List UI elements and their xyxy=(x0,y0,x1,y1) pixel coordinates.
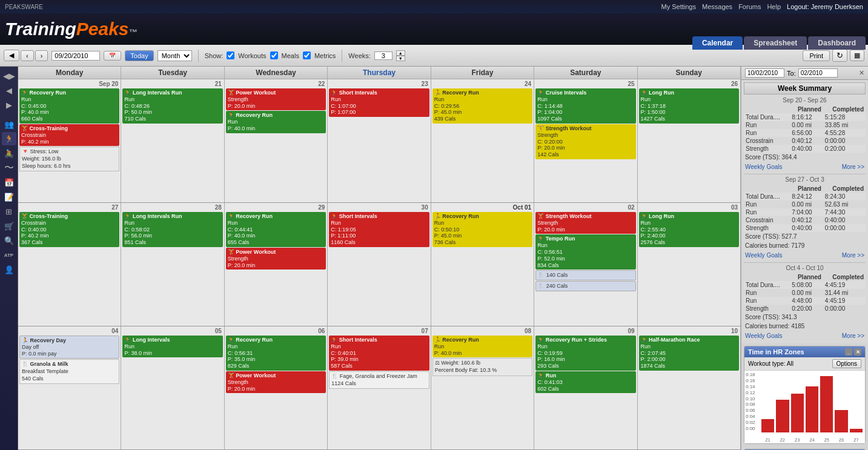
ws-more-link-1[interactable]: More >> xyxy=(842,164,864,170)
grid-icon[interactable]: ⊞ xyxy=(2,205,16,218)
cell-sep29: 29 🏃 Recovery RunRunC: 0:44:41P: 40.0 mi… xyxy=(225,203,328,326)
workout-tempo-run[interactable]: 🏃 Tempo RunRunC: 0:56:51P: 52.0 min834 C… xyxy=(535,234,635,270)
ws-th-1 xyxy=(744,105,790,113)
workout-recovery-run-2[interactable]: 🏃 Recovery RunRunP: 40.0 min xyxy=(226,111,326,133)
search-icon[interactable]: 🔍 xyxy=(2,234,16,247)
cell-sep28: 28 🏃 Long Intervals RunRunC: 0:58:02P: 5… xyxy=(121,203,224,326)
workout-recovery-day[interactable]: 🏃 Recovery DayDay offP: 0.0 min pay xyxy=(19,336,119,359)
workout-long-intervals-3[interactable]: 🏃 Long IntervalsRunP: 38.0 min xyxy=(122,336,222,357)
workout-crosstrain-2[interactable]: 🏋 Cross-TrainingCrosstrainC: 0:40:00P: 4… xyxy=(19,212,119,247)
tab-spreadsheet[interactable]: Spreadsheet xyxy=(744,36,807,50)
meal-granola-template[interactable]: 🍴 Granola & MilkBreakfast Template540 Ca… xyxy=(19,359,119,384)
help-link[interactable]: Help xyxy=(767,3,781,10)
run-icon-2: 🏃 xyxy=(124,90,133,96)
workout-short-intervals-2[interactable]: 🏃 Short IntervalsRunC: 1:19:05P: 1:11:00… xyxy=(329,212,429,247)
today-btn[interactable]: Today xyxy=(125,50,153,61)
bike-icon[interactable]: 🚴 xyxy=(2,147,16,160)
weeks-down-btn[interactable]: ▼ xyxy=(396,56,405,61)
person-icon[interactable]: 👤 xyxy=(2,263,16,276)
collapse-icon[interactable]: ◀▶ xyxy=(2,69,16,82)
workout-long-run-1[interactable]: 🏃 Long RunRunC: 1:37:18P: 1:50:001427 Ca… xyxy=(639,88,739,124)
metrics-check[interactable] xyxy=(303,51,311,59)
ws-completed: 4:55:28 xyxy=(823,129,866,137)
workout-long-intervals-2[interactable]: 🏃 Long Intervals RunRunC: 0:58:02P: 56.0… xyxy=(122,212,222,247)
swim-icon[interactable]: 〜 xyxy=(2,161,16,174)
ws-goals-link-3[interactable]: Weekly Goals xyxy=(745,333,783,339)
ws-more-link-2[interactable]: More >> xyxy=(842,252,864,259)
chart-btn[interactable]: ▦ xyxy=(850,50,864,61)
calendar-week-3: 04 🏃 Recovery DayDay offP: 0.0 min pay 🍴… xyxy=(18,326,741,450)
workout-recovery-run-5[interactable]: 🏃 Recovery RunRunC: 0:50:10P: 45.0 min73… xyxy=(432,212,532,247)
workout-power-2[interactable]: 🏋 Power WorkoutStrengthP: 20.0 min xyxy=(226,248,326,270)
calendar-icon-btn[interactable]: 📅 xyxy=(104,51,121,61)
workout-strength-1[interactable]: 🏋 Strength WorkoutStrengthC: 0:20:00P: 2… xyxy=(535,124,635,159)
workout-recovery-strides[interactable]: 🏃 Recovery Run + StridesRunC: 0:19:59P: … xyxy=(535,336,635,371)
workout-recovery-run-1[interactable]: 🏃 Recovery RunRunC: 0:45:00P: 40.0 min66… xyxy=(19,88,119,124)
workout-recovery-run-6[interactable]: 🏃 Recovery RunRunC: 0:56:31P: 35.0 min82… xyxy=(226,336,326,371)
workouts-check[interactable] xyxy=(227,51,234,59)
workout-crosstrain-1[interactable]: 🏋 Cross-TrainingCrosstrainP: 40.2 min xyxy=(19,124,119,146)
weeks-up-btn[interactable]: ▲ xyxy=(396,50,405,56)
nav-back-small-btn[interactable]: ‹ xyxy=(21,50,34,61)
view-select[interactable]: Month xyxy=(157,50,192,61)
date-oct07: 07 xyxy=(328,327,429,335)
refresh-btn[interactable]: ↻ xyxy=(832,49,847,62)
workout-recovery-run-7[interactable]: 🏃 Recovery RunRunP: 40.0 min xyxy=(432,336,532,357)
workout-long-run-2[interactable]: 🏃 Long RunRunC: 2:55:40P: 2:40:002576 Ca… xyxy=(639,212,739,247)
close-btn[interactable]: ✕ xyxy=(859,69,864,77)
workout-short-intervals-1[interactable]: 🏃 Short IntervalsRunC: 1:07:00P: 1:07:00 xyxy=(329,88,429,117)
run-icon[interactable]: 🏃 xyxy=(2,132,16,145)
ws-more-link-3[interactable]: More >> xyxy=(842,333,864,339)
workout-cruise-intervals[interactable]: 🏃 Cruise IntervalsRunC: 1:14:48P: 1:04:0… xyxy=(535,88,635,124)
meal-fage-granola[interactable]: 🍴 Fage, Granola and Freezer Jam1124 Cals xyxy=(329,371,429,389)
ws-goals-row-2: Weekly Goals More >> xyxy=(744,250,866,260)
weeks-input[interactable] xyxy=(374,51,393,60)
workout-recovery-run-4[interactable]: 🏃 Recovery RunRunC: 0:44:41P: 40.0 min65… xyxy=(226,212,326,247)
workout-power-3[interactable]: 🏋 Power WorkoutStrengthP: 20.0 min xyxy=(226,371,326,393)
tab-dashboard[interactable]: Dashboard xyxy=(808,36,866,50)
sidebar-fwd-icon[interactable]: ▶ xyxy=(2,98,16,111)
to-date-input[interactable] xyxy=(798,68,838,78)
day-headers: Monday Tuesday Wednesday Thursday Friday… xyxy=(18,67,741,79)
print-btn[interactable]: Print xyxy=(803,50,830,61)
table-row: Run 4:48:00 4:45:19 xyxy=(744,297,866,305)
ws-completed: 33.85 mi xyxy=(823,121,866,129)
date-sep25: 25 xyxy=(535,80,636,88)
calendar-icon[interactable]: 📅 xyxy=(2,176,16,189)
bar-z5 xyxy=(820,376,833,432)
workout-half-marathon[interactable]: 🏃 Half-Marathon RaceRunC: 2:07:45P: 2:00… xyxy=(639,336,739,371)
sidebar-back-icon[interactable]: ◀ xyxy=(2,84,16,97)
hr-options-btn[interactable]: Options xyxy=(832,359,861,368)
workout-recovery-run-3[interactable]: 🏃 Recovery RunRunC: 0:29:56P: 45.0 min43… xyxy=(432,88,532,124)
hr-minimize-btn[interactable]: _ xyxy=(845,348,852,356)
messages-link[interactable]: Messages xyxy=(702,3,732,10)
hr-close-btn[interactable]: ✕ xyxy=(854,348,861,356)
users-icon[interactable]: 👥 xyxy=(2,117,16,131)
cell-sep27: 27 🏋 Cross-TrainingCrosstrainC: 0:40:00P… xyxy=(18,203,121,326)
my-settings-link[interactable]: My Settings xyxy=(661,3,696,10)
note-icon[interactable]: 📝 xyxy=(2,190,16,203)
date-field[interactable] xyxy=(51,51,100,61)
workout-strength-2[interactable]: 🏋 Strength WorkoutStrengthP: 20.0 min xyxy=(535,212,635,234)
meal-240cals[interactable]: 🍴 240 Cals xyxy=(535,281,635,291)
forums-link[interactable]: Forums xyxy=(738,3,761,10)
ws-goals-link-2[interactable]: Weekly Goals xyxy=(745,252,783,259)
meal-140cals[interactable]: 🍴 140 Cals xyxy=(535,270,635,280)
shop-icon[interactable]: 🛒 xyxy=(2,219,16,233)
nav-forward-small-btn[interactable]: › xyxy=(35,50,48,61)
ws-goals-link-1[interactable]: Weekly Goals xyxy=(745,164,783,170)
tab-calendar[interactable]: Calendar xyxy=(692,36,743,50)
run-icon-15: 🏃 xyxy=(228,337,236,343)
workout-short-intervals-3[interactable]: 🏃 Short IntervalsRunC: 0:40:01P: 39.0 mi… xyxy=(329,336,429,371)
cell-oct04: 04 🏃 Recovery DayDay offP: 0.0 min pay 🍴… xyxy=(18,326,121,449)
meals-check[interactable] xyxy=(270,51,278,59)
workout-run-1[interactable]: 🏃 RunC: 0:41:03602 Cals xyxy=(535,371,635,393)
atp-icon[interactable]: ATP xyxy=(2,248,16,262)
hr-options-row: Workout type: All Options xyxy=(744,357,865,371)
workout-long-intervals-1[interactable]: 🏃 Long Intervals RunRunC: 0:48:26P: 50.0… xyxy=(122,88,222,124)
nav-back-btn[interactable]: ◀ xyxy=(4,50,19,61)
run-icon-14: 🏃 xyxy=(124,337,133,343)
from-date-input[interactable] xyxy=(745,68,784,78)
ws-score-1: Score (TSS): 364.4 xyxy=(744,153,866,162)
workout-power-1[interactable]: 🏋 Power WorkoutStrengthP: 20.0 min xyxy=(226,88,326,110)
